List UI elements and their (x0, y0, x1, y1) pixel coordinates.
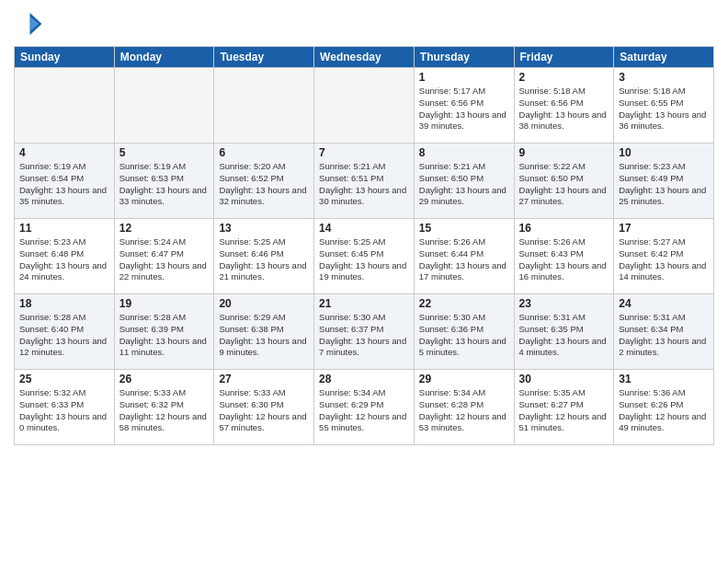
day-number: 25 (19, 373, 109, 385)
calendar-week-row: 4Sunrise: 5:19 AMSunset: 6:54 PMDaylight… (15, 144, 714, 219)
calendar-day-cell: 4Sunrise: 5:19 AMSunset: 6:54 PMDaylight… (15, 144, 115, 219)
calendar-day-cell: 28Sunrise: 5:34 AMSunset: 6:29 PMDayligh… (314, 370, 415, 445)
day-info: Sunrise: 5:28 AMSunset: 6:39 PMDaylight:… (119, 312, 210, 359)
calendar-day-cell: 25Sunrise: 5:32 AMSunset: 6:33 PMDayligh… (15, 370, 115, 445)
calendar-day-cell (214, 68, 314, 144)
calendar-day-cell: 11Sunrise: 5:23 AMSunset: 6:48 PMDayligh… (15, 219, 115, 294)
calendar-day-cell: 6Sunrise: 5:20 AMSunset: 6:52 PMDaylight… (214, 144, 314, 219)
calendar-day-cell: 14Sunrise: 5:25 AMSunset: 6:45 PMDayligh… (314, 219, 415, 294)
calendar-day-cell: 26Sunrise: 5:33 AMSunset: 6:32 PMDayligh… (114, 370, 214, 445)
day-info: Sunrise: 5:36 AMSunset: 6:26 PMDaylight:… (619, 387, 709, 434)
calendar-day-cell: 16Sunrise: 5:26 AMSunset: 6:43 PMDayligh… (514, 219, 614, 294)
day-info: Sunrise: 5:25 AMSunset: 6:45 PMDaylight:… (319, 236, 409, 283)
day-info: Sunrise: 5:29 AMSunset: 6:38 PMDaylight:… (219, 312, 309, 359)
calendar-col-header: Tuesday (214, 47, 314, 68)
calendar-day-cell: 19Sunrise: 5:28 AMSunset: 6:39 PMDayligh… (114, 294, 214, 370)
day-info: Sunrise: 5:26 AMSunset: 6:43 PMDaylight:… (519, 236, 609, 283)
calendar-day-cell: 2Sunrise: 5:18 AMSunset: 6:56 PMDaylight… (514, 68, 614, 144)
calendar-week-row: 1Sunrise: 5:17 AMSunset: 6:56 PMDaylight… (15, 68, 714, 144)
day-info: Sunrise: 5:32 AMSunset: 6:33 PMDaylight:… (19, 387, 109, 434)
calendar-day-cell: 18Sunrise: 5:28 AMSunset: 6:40 PMDayligh… (15, 294, 115, 370)
day-info: Sunrise: 5:26 AMSunset: 6:44 PMDaylight:… (419, 236, 509, 283)
day-number: 14 (319, 222, 409, 235)
day-info: Sunrise: 5:33 AMSunset: 6:32 PMDaylight:… (119, 387, 210, 434)
day-info: Sunrise: 5:34 AMSunset: 6:29 PMDaylight:… (319, 387, 409, 434)
calendar-day-cell: 21Sunrise: 5:30 AMSunset: 6:37 PMDayligh… (314, 294, 415, 370)
calendar-day-cell (314, 68, 415, 144)
day-number: 16 (519, 222, 609, 235)
day-info: Sunrise: 5:28 AMSunset: 6:40 PMDaylight:… (19, 312, 109, 359)
day-info: Sunrise: 5:33 AMSunset: 6:30 PMDaylight:… (219, 387, 309, 434)
calendar-day-cell (114, 68, 214, 144)
day-info: Sunrise: 5:19 AMSunset: 6:54 PMDaylight:… (19, 161, 109, 208)
day-info: Sunrise: 5:21 AMSunset: 6:51 PMDaylight:… (319, 161, 409, 208)
calendar-day-cell: 24Sunrise: 5:31 AMSunset: 6:34 PMDayligh… (614, 294, 714, 370)
day-info: Sunrise: 5:34 AMSunset: 6:28 PMDaylight:… (419, 387, 509, 434)
calendar-day-cell: 1Sunrise: 5:17 AMSunset: 6:56 PMDaylight… (414, 68, 514, 144)
calendar-day-cell: 10Sunrise: 5:23 AMSunset: 6:49 PMDayligh… (614, 144, 714, 219)
day-number: 19 (119, 297, 210, 310)
day-number: 1 (419, 71, 509, 84)
calendar-day-cell (15, 68, 115, 144)
day-info: Sunrise: 5:27 AMSunset: 6:42 PMDaylight:… (619, 236, 709, 283)
calendar-day-cell: 29Sunrise: 5:34 AMSunset: 6:28 PMDayligh… (414, 370, 514, 445)
header (14, 9, 714, 39)
day-number: 12 (119, 222, 210, 235)
day-number: 7 (319, 146, 409, 159)
calendar-col-header: Thursday (414, 47, 514, 68)
day-info: Sunrise: 5:18 AMSunset: 6:56 PMDaylight:… (519, 86, 609, 132)
day-number: 5 (119, 146, 210, 159)
day-number: 11 (19, 222, 109, 235)
day-info: Sunrise: 5:22 AMSunset: 6:50 PMDaylight:… (519, 161, 609, 208)
day-info: Sunrise: 5:20 AMSunset: 6:52 PMDaylight:… (219, 161, 309, 208)
calendar-day-cell: 13Sunrise: 5:25 AMSunset: 6:46 PMDayligh… (214, 219, 314, 294)
calendar-day-cell: 8Sunrise: 5:21 AMSunset: 6:50 PMDaylight… (414, 144, 514, 219)
calendar-day-cell: 9Sunrise: 5:22 AMSunset: 6:50 PMDaylight… (514, 144, 614, 219)
day-info: Sunrise: 5:25 AMSunset: 6:46 PMDaylight:… (219, 236, 309, 283)
day-number: 31 (619, 373, 709, 385)
calendar-day-cell: 3Sunrise: 5:18 AMSunset: 6:55 PMDaylight… (614, 68, 714, 144)
calendar-day-cell: 5Sunrise: 5:19 AMSunset: 6:53 PMDaylight… (114, 144, 214, 219)
calendar-day-cell: 12Sunrise: 5:24 AMSunset: 6:47 PMDayligh… (114, 219, 214, 294)
day-number: 8 (419, 146, 509, 159)
day-number: 23 (519, 297, 609, 310)
calendar-week-row: 25Sunrise: 5:32 AMSunset: 6:33 PMDayligh… (15, 370, 714, 445)
day-number: 21 (319, 297, 409, 310)
calendar-col-header: Wednesday (314, 47, 415, 68)
logo (14, 9, 47, 39)
day-number: 29 (419, 373, 509, 385)
day-number: 13 (219, 222, 309, 235)
day-number: 24 (619, 297, 709, 310)
day-info: Sunrise: 5:21 AMSunset: 6:50 PMDaylight:… (419, 161, 509, 208)
day-info: Sunrise: 5:31 AMSunset: 6:34 PMDaylight:… (619, 312, 709, 359)
calendar-col-header: Sunday (15, 47, 115, 68)
day-number: 28 (319, 373, 409, 385)
day-number: 6 (219, 146, 309, 159)
calendar-week-row: 18Sunrise: 5:28 AMSunset: 6:40 PMDayligh… (15, 294, 714, 370)
calendar-col-header: Friday (514, 47, 614, 68)
day-info: Sunrise: 5:31 AMSunset: 6:35 PMDaylight:… (519, 312, 609, 359)
calendar-day-cell: 20Sunrise: 5:29 AMSunset: 6:38 PMDayligh… (214, 294, 314, 370)
logo-icon (14, 9, 43, 39)
calendar-day-cell: 15Sunrise: 5:26 AMSunset: 6:44 PMDayligh… (414, 219, 514, 294)
day-info: Sunrise: 5:24 AMSunset: 6:47 PMDaylight:… (119, 236, 210, 283)
calendar-col-header: Saturday (614, 47, 714, 68)
page: SundayMondayTuesdayWednesdayThursdayFrid… (0, 0, 728, 563)
calendar-day-cell: 27Sunrise: 5:33 AMSunset: 6:30 PMDayligh… (214, 370, 314, 445)
day-number: 3 (619, 71, 709, 84)
calendar-week-row: 11Sunrise: 5:23 AMSunset: 6:48 PMDayligh… (15, 219, 714, 294)
day-number: 15 (419, 222, 509, 235)
day-number: 27 (219, 373, 309, 385)
calendar-col-header: Monday (114, 47, 214, 68)
day-number: 2 (519, 71, 609, 84)
day-info: Sunrise: 5:35 AMSunset: 6:27 PMDaylight:… (519, 387, 609, 434)
calendar-day-cell: 23Sunrise: 5:31 AMSunset: 6:35 PMDayligh… (514, 294, 614, 370)
calendar-day-cell: 22Sunrise: 5:30 AMSunset: 6:36 PMDayligh… (414, 294, 514, 370)
day-info: Sunrise: 5:23 AMSunset: 6:48 PMDaylight:… (19, 236, 109, 283)
day-info: Sunrise: 5:17 AMSunset: 6:56 PMDaylight:… (419, 86, 509, 132)
day-info: Sunrise: 5:23 AMSunset: 6:49 PMDaylight:… (619, 161, 709, 208)
calendar-day-cell: 17Sunrise: 5:27 AMSunset: 6:42 PMDayligh… (614, 219, 714, 294)
day-number: 10 (619, 146, 709, 159)
day-number: 18 (19, 297, 109, 310)
calendar-day-cell: 30Sunrise: 5:35 AMSunset: 6:27 PMDayligh… (514, 370, 614, 445)
